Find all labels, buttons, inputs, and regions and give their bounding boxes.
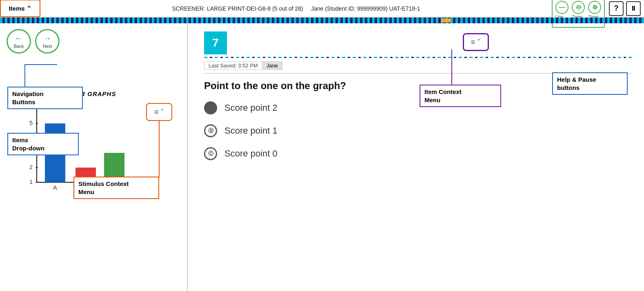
zoom-in-icon: ⊕ bbox=[588, 1, 601, 14]
stimulus-connector-v bbox=[159, 121, 160, 177]
option-b-indicator: Ⓑ bbox=[204, 124, 217, 137]
help-button[interactable]: ? bbox=[609, 1, 624, 16]
pause-button[interactable]: ⏸ bbox=[626, 1, 641, 16]
help-pause-area: ? ⏸ bbox=[609, 1, 641, 16]
zoom-out-icon: ⊖ bbox=[572, 1, 585, 14]
option-a-label: Score point 2 bbox=[224, 103, 278, 113]
nav-conn-h bbox=[24, 64, 57, 65]
option-a-indicator bbox=[204, 101, 217, 114]
student-name-badge: Jane bbox=[262, 61, 282, 70]
items-label: Items bbox=[9, 5, 24, 12]
svg-text:A: A bbox=[53, 184, 57, 191]
stimulus-context-annotation: Stimulus Context Menu bbox=[73, 177, 159, 199]
svg-text:1: 1 bbox=[29, 179, 33, 185]
option-b-label: Score point 1 bbox=[224, 125, 278, 136]
option-c-indicator: Ⓒ bbox=[204, 147, 217, 160]
item-context-menu-button[interactable]: ≡ ˅ bbox=[463, 33, 489, 51]
screener-info: SCREENER: LARGE PRINT-DEI-G6-8 (5 out of… bbox=[40, 5, 552, 12]
next-label: Next bbox=[43, 44, 52, 49]
right-panel-inner: 7 ≡ ˅ Last Saved: 3:52 PM Jane bbox=[204, 31, 632, 160]
answer-option-b[interactable]: Ⓑ Score point 1 bbox=[204, 124, 632, 137]
item-context-annotation: Item Context Menu bbox=[420, 85, 501, 107]
last-saved-text: Last Saved: 3:52 PM bbox=[204, 61, 262, 70]
answer-option-a[interactable]: Score point 2 bbox=[204, 101, 632, 114]
progress-bar bbox=[0, 18, 644, 23]
line-reader-icon: — bbox=[555, 1, 568, 14]
svg-text:5: 5 bbox=[29, 120, 33, 126]
answer-option-c[interactable]: Ⓒ Score point 0 bbox=[204, 147, 632, 160]
top-bar: Items ⌃ SCREENER: LARGE PRINT-DEI-G6-8 (… bbox=[0, 0, 644, 18]
right-panel: 7 ≡ ˅ Last Saved: 3:52 PM Jane bbox=[188, 23, 644, 291]
next-arrow-icon: → bbox=[43, 34, 52, 43]
dropdown-arrow-icon: ⌃ bbox=[27, 5, 32, 12]
back-button[interactable]: ← Back bbox=[7, 29, 31, 54]
item-menu-icon: ≡ ˅ bbox=[471, 38, 481, 47]
back-arrow-icon: ← bbox=[14, 34, 23, 43]
items-dropdown-button[interactable]: Items ⌃ bbox=[0, 0, 40, 17]
item-context-conn-v bbox=[451, 49, 452, 85]
navigation-buttons-annotation: Navigation Buttons bbox=[7, 87, 83, 109]
nav-buttons-row: ← Back → Next bbox=[0, 23, 187, 58]
option-c-label: Score point 0 bbox=[224, 148, 278, 159]
main-content: ← Back → Next Navigation Buttons Items D… bbox=[0, 23, 644, 291]
last-saved-bar: Last Saved: 3:52 PM Jane bbox=[204, 61, 632, 74]
back-label: Back bbox=[14, 44, 24, 49]
nav-conn-v bbox=[24, 64, 25, 87]
next-button[interactable]: → Next bbox=[35, 29, 60, 54]
svg-text:2: 2 bbox=[29, 164, 33, 170]
left-panel: ← Back → Next Navigation Buttons Items D… bbox=[0, 23, 188, 291]
help-pause-annotation: Help & Pause buttons bbox=[552, 72, 628, 95]
dashed-separator bbox=[204, 57, 632, 58]
question-number-badge: 7 bbox=[204, 31, 227, 54]
items-dropdown-annotation: Items Drop-down bbox=[7, 133, 79, 155]
